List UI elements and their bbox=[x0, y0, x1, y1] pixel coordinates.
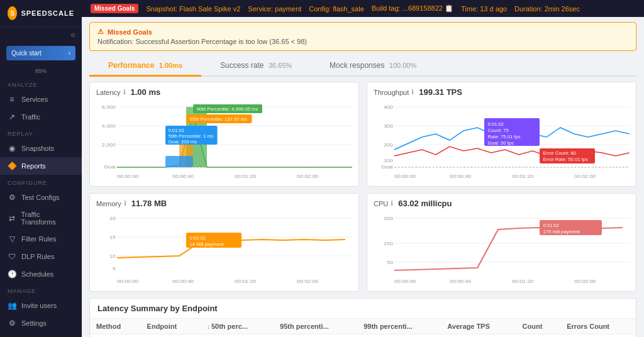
sidebar-item-services[interactable]: ≡ Services bbox=[0, 91, 82, 108]
sidebar-item-traffic-transforms[interactable]: ⇄ Traffic Transforms bbox=[0, 206, 82, 230]
sidebar-item-dlp-rules-label: DLP Rules bbox=[21, 253, 54, 260]
charts-area: Latency ℹ 1.00 ms 6,000 4,000 2,000 Goal bbox=[82, 77, 644, 337]
sidebar-item-traffic-transforms-label: Traffic Transforms bbox=[21, 211, 74, 226]
time-value: 13 d ago bbox=[480, 5, 507, 13]
sidebar-item-schedules[interactable]: 🕐 Schedules bbox=[0, 265, 82, 283]
section-manage-label: MANAGE bbox=[0, 283, 82, 297]
charts-row-1: Latency ℹ 1.00 ms 6,000 4,000 2,000 Goal bbox=[89, 82, 636, 187]
services-icon: ≡ bbox=[8, 95, 16, 104]
service-info: Service: payment bbox=[248, 5, 301, 13]
sidebar-collapse-button[interactable]: « bbox=[0, 27, 82, 42]
cpu-chart-inner: 200 150 50 0:01:02 175 mill payment 00:0… bbox=[374, 211, 630, 286]
sidebar-item-reports-label: Reports bbox=[21, 162, 46, 170]
traffic-icon: ↗ bbox=[8, 113, 16, 121]
tab-performance-value: 1.00ms bbox=[159, 62, 182, 69]
table-title: Latency Summary by Endpoint bbox=[90, 299, 636, 319]
logo-icon: S bbox=[8, 6, 17, 20]
copy-icon[interactable]: 📋 bbox=[445, 4, 453, 12]
tab-success-rate-label: Success rate bbox=[220, 61, 264, 70]
sidebar-item-settings[interactable]: ⚙ Settings bbox=[0, 314, 82, 332]
snapshot-info: Snapshot: Flash Sale Spike v2 bbox=[146, 5, 240, 13]
charts-row-2: Memory ℹ 11.78 MB 20 15 10 5 bbox=[89, 193, 636, 292]
missed-goals-badge: Missed Goals bbox=[91, 4, 138, 13]
alert-title: ⚠ Missed Goals bbox=[97, 28, 628, 36]
throughput-chart: Throughput ℹ 199.31 TPS 400 300 200 100 … bbox=[367, 82, 636, 187]
sidebar-item-test-configs-label: Test Configs bbox=[21, 194, 60, 201]
latency-chart: Latency ℹ 1.00 ms 6,000 4,000 2,000 Goal bbox=[89, 82, 359, 187]
latency-table: Method Endpoint ↓50th perc... 95th perce… bbox=[90, 319, 636, 337]
svg-text:00:00:00: 00:00:00 bbox=[394, 173, 416, 179]
sidebar-item-snapshots-label: Snapshots bbox=[21, 145, 54, 152]
tab-mock-responses-label: Mock responses bbox=[330, 61, 384, 70]
sidebar-item-snapshots[interactable]: ◉ Snapshots bbox=[0, 140, 82, 157]
logo: S SPEEDSCALE bbox=[0, 0, 82, 27]
svg-text:00:00:40: 00:00:40 bbox=[450, 173, 472, 179]
svg-text:0:01:02: 0:01:02 bbox=[488, 121, 504, 127]
svg-text:Goal: Goal bbox=[104, 163, 116, 170]
cpu-info-icon: ℹ bbox=[391, 199, 393, 207]
test-configs-icon: ⚙ bbox=[8, 193, 16, 202]
svg-text:6,000: 6,000 bbox=[102, 104, 116, 110]
quick-start-button[interactable]: Quick start › bbox=[6, 46, 75, 60]
sidebar-item-invite-users[interactable]: 👥 Invite users bbox=[0, 297, 82, 314]
sidebar: S SPEEDSCALE « Quick start › 65% ANALYZE… bbox=[0, 0, 82, 337]
sidebar-item-test-configs[interactable]: ⚙ Test Configs bbox=[0, 189, 82, 206]
throughput-title: Throughput ℹ 199.31 TPS bbox=[374, 87, 630, 97]
svg-text:10: 10 bbox=[109, 253, 116, 259]
main-content: Missed Goals Snapshot: Flash Sale Spike … bbox=[82, 0, 644, 337]
svg-text:Count: 75: Count: 75 bbox=[488, 128, 509, 133]
memory-value: 11.78 MB bbox=[131, 199, 167, 208]
tab-performance[interactable]: Performance 1.00ms bbox=[89, 56, 201, 77]
invite-users-icon: 👥 bbox=[8, 301, 16, 310]
svg-text:Goal: 50 tps: Goal: 50 tps bbox=[488, 140, 514, 146]
col-endpoint: Endpoint bbox=[141, 319, 201, 334]
build-value: ...689158822 bbox=[402, 4, 443, 12]
alert-body: Notification: Successful Assertion Perce… bbox=[97, 38, 628, 45]
tab-success-rate[interactable]: Success rate 36.65% bbox=[201, 56, 311, 77]
svg-text:00:00:40: 00:00:40 bbox=[172, 173, 194, 179]
sidebar-item-reports[interactable]: 🔶 Reports bbox=[0, 157, 82, 175]
col-p50[interactable]: ↓50th perc... bbox=[200, 319, 274, 334]
svg-text:Rate: 75.01 tps: Rate: 75.01 tps bbox=[488, 134, 521, 140]
alert-icon: ⚠ bbox=[97, 28, 104, 36]
sidebar-item-settings-label: Settings bbox=[21, 319, 47, 327]
cell-p99: 122.12 bbox=[357, 334, 441, 338]
svg-text:0:01:02: 0:01:02 bbox=[543, 223, 560, 228]
svg-text:15: 15 bbox=[109, 234, 116, 240]
cpu-value: 63.02 millicpu bbox=[398, 199, 452, 208]
svg-text:2,000: 2,000 bbox=[102, 141, 116, 148]
logo-text: SPEEDSCALE bbox=[21, 9, 74, 17]
svg-text:5: 5 bbox=[113, 265, 116, 272]
sidebar-item-filter-rules[interactable]: ▽ Filter Rules bbox=[0, 230, 82, 248]
svg-text:14 MB payment: 14 MB payment bbox=[190, 241, 224, 247]
svg-text:200: 200 bbox=[384, 141, 393, 148]
sidebar-item-traffic[interactable]: ↗ Traffic bbox=[0, 108, 82, 126]
col-errors: Errors Count bbox=[560, 319, 636, 334]
throughput-value: 199.31 TPS bbox=[419, 87, 462, 97]
duration-info: Duration: 2min 26sec bbox=[514, 5, 580, 13]
sidebar-item-filter-rules-label: Filter Rules bbox=[21, 235, 57, 243]
sidebar-item-traffic-label: Traffic bbox=[21, 113, 40, 121]
tab-mock-responses[interactable]: Mock responses 100.00% bbox=[311, 56, 435, 77]
quick-start-pct: 65% bbox=[0, 68, 82, 74]
snapshot-value: Flash Sale Spike v2 bbox=[179, 5, 240, 13]
alert-banner: ⚠ Missed Goals Notification: Successful … bbox=[89, 22, 636, 51]
traffic-transforms-icon: ⇄ bbox=[8, 214, 16, 223]
section-support-label: SUPPORT bbox=[0, 332, 82, 337]
section-replay-label: REPLAY bbox=[0, 126, 82, 140]
time-info: Time: 13 d ago bbox=[461, 5, 507, 13]
svg-text:0:01:02: 0:01:02 bbox=[168, 128, 184, 133]
svg-text:00:00:00: 00:00:00 bbox=[394, 278, 416, 284]
cell-avg-tps: 13.04 bbox=[441, 334, 516, 338]
settings-icon: ⚙ bbox=[8, 319, 16, 328]
dlp-rules-icon: 🛡 bbox=[8, 252, 16, 261]
latency-svg: 6,000 4,000 2,000 Goal bbox=[96, 99, 352, 181]
sidebar-item-dlp-rules[interactable]: 🛡 DLP Rules bbox=[0, 248, 82, 265]
svg-text:00:00:40: 00:00:40 bbox=[450, 278, 472, 284]
filter-rules-icon: ▽ bbox=[8, 235, 16, 243]
memory-chart-inner: 20 15 10 5 0:01:02 14 MB payment 00:0 bbox=[96, 211, 352, 286]
top-bar: Missed Goals Snapshot: Flash Sale Spike … bbox=[82, 0, 644, 17]
memory-title: Memory ℹ 11.78 MB bbox=[96, 199, 352, 208]
svg-text:200: 200 bbox=[384, 215, 393, 221]
latency-info-icon: ℹ bbox=[123, 88, 126, 96]
